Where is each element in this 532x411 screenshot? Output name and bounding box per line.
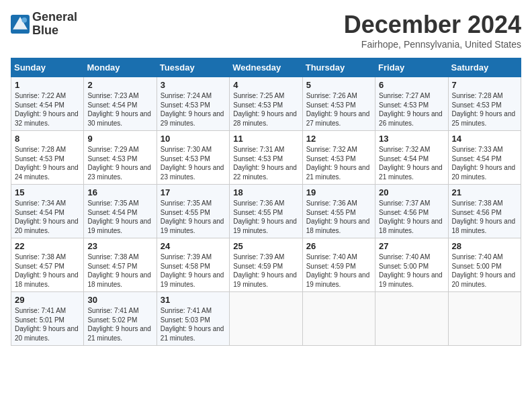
day-info: Sunrise: 7:28 AM Sunset: 4:53 PM Dayligh… xyxy=(15,145,80,181)
day-info: Sunrise: 7:41 AM Sunset: 5:03 PM Dayligh… xyxy=(161,306,226,342)
day-number: 2 xyxy=(87,80,152,90)
day-number: 10 xyxy=(161,134,226,144)
calendar-body: 1 Sunrise: 7:22 AM Sunset: 4:54 PM Dayli… xyxy=(11,77,521,346)
day-number: 23 xyxy=(87,241,152,251)
calendar-day-cell: 7 Sunrise: 7:28 AM Sunset: 4:53 PM Dayli… xyxy=(448,77,521,131)
calendar-week-row: 1 Sunrise: 7:22 AM Sunset: 4:54 PM Dayli… xyxy=(11,77,521,131)
calendar-day-cell xyxy=(230,292,302,346)
calendar-day-cell: 27 Sunrise: 7:40 AM Sunset: 5:00 PM Dayl… xyxy=(375,238,448,292)
calendar-day-cell: 25 Sunrise: 7:39 AM Sunset: 4:59 PM Dayl… xyxy=(230,238,302,292)
location-subtitle: Fairhope, Pennsylvania, United States xyxy=(344,39,521,50)
day-number: 13 xyxy=(379,134,444,144)
day-info: Sunrise: 7:38 AM Sunset: 4:57 PM Dayligh… xyxy=(87,253,152,289)
day-number: 12 xyxy=(306,134,371,144)
day-info: Sunrise: 7:40 AM Sunset: 5:00 PM Dayligh… xyxy=(379,253,444,289)
day-info: Sunrise: 7:30 AM Sunset: 4:53 PM Dayligh… xyxy=(161,145,226,181)
day-number: 3 xyxy=(161,80,226,90)
day-number: 21 xyxy=(452,187,517,197)
calendar-day-cell: 18 Sunrise: 7:36 AM Sunset: 4:55 PM Dayl… xyxy=(230,185,302,238)
day-info: Sunrise: 7:27 AM Sunset: 4:53 PM Dayligh… xyxy=(379,91,444,128)
weekday-header-cell: Thursday xyxy=(302,58,375,77)
day-info: Sunrise: 7:32 AM Sunset: 4:53 PM Dayligh… xyxy=(306,145,371,181)
calendar-week-row: 15 Sunrise: 7:34 AM Sunset: 4:54 PM Dayl… xyxy=(11,185,521,238)
calendar-day-cell: 20 Sunrise: 7:37 AM Sunset: 4:56 PM Dayl… xyxy=(375,185,448,238)
day-number: 8 xyxy=(15,134,80,144)
calendar-day-cell: 28 Sunrise: 7:40 AM Sunset: 5:00 PM Dayl… xyxy=(448,238,521,292)
day-number: 1 xyxy=(15,80,80,90)
calendar-week-row: 29 Sunrise: 7:41 AM Sunset: 5:01 PM Dayl… xyxy=(11,292,521,346)
day-number: 24 xyxy=(161,241,226,251)
day-number: 11 xyxy=(233,134,298,144)
day-info: Sunrise: 7:33 AM Sunset: 4:54 PM Dayligh… xyxy=(452,145,517,181)
calendar-day-cell: 19 Sunrise: 7:36 AM Sunset: 4:55 PM Dayl… xyxy=(302,185,375,238)
day-info: Sunrise: 7:41 AM Sunset: 5:01 PM Dayligh… xyxy=(15,306,80,342)
calendar-day-cell: 13 Sunrise: 7:32 AM Sunset: 4:54 PM Dayl… xyxy=(375,131,448,185)
day-number: 15 xyxy=(15,187,80,197)
day-info: Sunrise: 7:25 AM Sunset: 4:53 PM Dayligh… xyxy=(233,91,298,128)
calendar-table: SundayMondayTuesdayWednesdayThursdayFrid… xyxy=(11,58,521,346)
day-number: 20 xyxy=(379,187,444,197)
day-info: Sunrise: 7:28 AM Sunset: 4:53 PM Dayligh… xyxy=(452,91,517,128)
day-number: 4 xyxy=(233,80,298,90)
day-number: 14 xyxy=(452,134,517,144)
day-number: 28 xyxy=(452,241,517,251)
day-info: Sunrise: 7:24 AM Sunset: 4:53 PM Dayligh… xyxy=(161,91,226,128)
page-header: General Blue December 2024 Fairhope, Pen… xyxy=(11,11,521,50)
day-info: Sunrise: 7:38 AM Sunset: 4:56 PM Dayligh… xyxy=(452,199,517,235)
weekday-header-row: SundayMondayTuesdayWednesdayThursdayFrid… xyxy=(11,58,521,77)
logo-text: General Blue xyxy=(32,11,77,38)
weekday-header-cell: Friday xyxy=(375,58,448,77)
day-number: 30 xyxy=(87,295,152,305)
day-number: 22 xyxy=(15,241,80,251)
day-info: Sunrise: 7:36 AM Sunset: 4:55 PM Dayligh… xyxy=(233,199,298,235)
day-info: Sunrise: 7:39 AM Sunset: 4:58 PM Dayligh… xyxy=(161,253,226,289)
day-info: Sunrise: 7:31 AM Sunset: 4:53 PM Dayligh… xyxy=(233,145,298,181)
day-info: Sunrise: 7:34 AM Sunset: 4:54 PM Dayligh… xyxy=(15,199,80,235)
day-info: Sunrise: 7:29 AM Sunset: 4:53 PM Dayligh… xyxy=(87,145,152,181)
day-info: Sunrise: 7:32 AM Sunset: 4:54 PM Dayligh… xyxy=(379,145,444,181)
day-number: 19 xyxy=(306,187,371,197)
day-info: Sunrise: 7:22 AM Sunset: 4:54 PM Dayligh… xyxy=(15,91,80,128)
calendar-day-cell: 29 Sunrise: 7:41 AM Sunset: 5:01 PM Dayl… xyxy=(11,292,84,346)
weekday-header-cell: Monday xyxy=(84,58,157,77)
day-info: Sunrise: 7:41 AM Sunset: 5:02 PM Dayligh… xyxy=(87,306,152,342)
calendar-day-cell: 26 Sunrise: 7:40 AM Sunset: 4:59 PM Dayl… xyxy=(302,238,375,292)
calendar-day-cell: 17 Sunrise: 7:35 AM Sunset: 4:55 PM Dayl… xyxy=(157,185,229,238)
weekday-header-cell: Wednesday xyxy=(230,58,302,77)
calendar-day-cell: 16 Sunrise: 7:35 AM Sunset: 4:54 PM Dayl… xyxy=(84,185,157,238)
calendar-day-cell: 4 Sunrise: 7:25 AM Sunset: 4:53 PM Dayli… xyxy=(230,77,302,131)
calendar-day-cell: 12 Sunrise: 7:32 AM Sunset: 4:53 PM Dayl… xyxy=(302,131,375,185)
calendar-week-row: 8 Sunrise: 7:28 AM Sunset: 4:53 PM Dayli… xyxy=(11,131,521,185)
calendar-day-cell xyxy=(448,292,521,346)
day-number: 7 xyxy=(452,80,517,90)
day-number: 16 xyxy=(87,187,152,197)
logo: General Blue xyxy=(11,11,77,38)
day-info: Sunrise: 7:23 AM Sunset: 4:54 PM Dayligh… xyxy=(87,91,152,128)
calendar-day-cell: 23 Sunrise: 7:38 AM Sunset: 4:57 PM Dayl… xyxy=(84,238,157,292)
day-number: 18 xyxy=(233,187,298,197)
calendar-day-cell: 22 Sunrise: 7:38 AM Sunset: 4:57 PM Dayl… xyxy=(11,238,84,292)
day-number: 26 xyxy=(306,241,371,251)
day-number: 27 xyxy=(379,241,444,251)
calendar-day-cell: 24 Sunrise: 7:39 AM Sunset: 4:58 PM Dayl… xyxy=(157,238,229,292)
day-number: 9 xyxy=(87,134,152,144)
day-number: 6 xyxy=(379,80,444,90)
day-info: Sunrise: 7:35 AM Sunset: 4:54 PM Dayligh… xyxy=(87,199,152,235)
calendar-day-cell: 21 Sunrise: 7:38 AM Sunset: 4:56 PM Dayl… xyxy=(448,185,521,238)
day-number: 29 xyxy=(15,295,80,305)
day-number: 5 xyxy=(306,80,371,90)
calendar-day-cell: 9 Sunrise: 7:29 AM Sunset: 4:53 PM Dayli… xyxy=(84,131,157,185)
month-title: December 2024 xyxy=(344,11,521,39)
weekday-header-cell: Tuesday xyxy=(157,58,229,77)
day-info: Sunrise: 7:37 AM Sunset: 4:56 PM Dayligh… xyxy=(379,199,444,235)
calendar-day-cell: 5 Sunrise: 7:26 AM Sunset: 4:53 PM Dayli… xyxy=(302,77,375,131)
calendar-day-cell: 1 Sunrise: 7:22 AM Sunset: 4:54 PM Dayli… xyxy=(11,77,84,131)
day-info: Sunrise: 7:40 AM Sunset: 5:00 PM Dayligh… xyxy=(452,253,517,289)
day-info: Sunrise: 7:40 AM Sunset: 4:59 PM Dayligh… xyxy=(306,253,371,289)
calendar-day-cell: 14 Sunrise: 7:33 AM Sunset: 4:54 PM Dayl… xyxy=(448,131,521,185)
calendar-day-cell xyxy=(375,292,448,346)
calendar-day-cell xyxy=(302,292,375,346)
calendar-day-cell: 10 Sunrise: 7:30 AM Sunset: 4:53 PM Dayl… xyxy=(157,131,229,185)
day-info: Sunrise: 7:26 AM Sunset: 4:53 PM Dayligh… xyxy=(306,91,371,128)
calendar-week-row: 22 Sunrise: 7:38 AM Sunset: 4:57 PM Dayl… xyxy=(11,238,521,292)
